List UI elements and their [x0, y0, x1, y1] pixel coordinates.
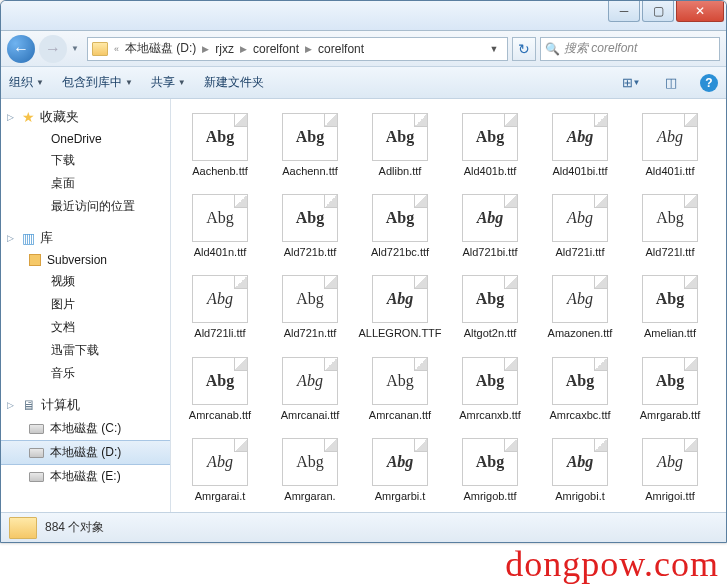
search-input[interactable]: 🔍 搜索 corelfont — [540, 37, 720, 61]
file-item[interactable]: AbgAmrcanan.ttf — [355, 357, 445, 422]
minimize-button[interactable]: ─ — [608, 1, 640, 22]
organize-menu[interactable]: 组织▼ — [9, 74, 44, 91]
sidebar-item-disk[interactable]: 本地磁盘 (D:) — [1, 440, 170, 465]
file-item[interactable]: AbgAmrcanxb.ttf — [445, 357, 535, 422]
back-button[interactable]: ← — [7, 35, 35, 63]
ico-vid-icon — [29, 275, 45, 289]
file-item[interactable]: AbgAmrcanab.ttf — [175, 357, 265, 422]
font-thumb: Abg — [462, 438, 518, 486]
font-thumb: Abg — [372, 438, 428, 486]
sidebar-item-disk[interactable]: 本地磁盘 (E:) — [1, 465, 170, 488]
file-grid: AbgAachenb.ttfAbgAachenn.ttfAbgAdlibn.tt… — [175, 109, 722, 512]
file-item[interactable]: AbgAltgot2n.ttf — [445, 275, 535, 340]
sidebar-item-disk[interactable]: 本地磁盘 (C:) — [1, 417, 170, 440]
file-label: Ald721b.ttf — [284, 246, 337, 259]
file-label: Amrgarab.ttf — [640, 409, 701, 422]
file-item[interactable]: AbgAachenn.ttf — [265, 113, 355, 178]
watermark: dongpow.com — [505, 543, 719, 585]
file-label: Ald721bc.ttf — [371, 246, 429, 259]
sidebar-item[interactable]: Subversion — [1, 250, 170, 270]
sidebar-computer-header[interactable]: ▷ 🖥 计算机 — [1, 393, 170, 417]
file-pane[interactable]: AbgAachenb.ttfAbgAachenn.ttfAbgAdlibn.tt… — [171, 99, 726, 512]
file-item[interactable]: AbgAld721li.ttf — [175, 275, 265, 340]
file-item[interactable]: AbgAld721i.ttf — [535, 194, 625, 259]
file-item[interactable]: AbgAld721l.ttf — [625, 194, 715, 259]
file-item[interactable]: AbgALLEGRON.TTF — [355, 275, 445, 340]
include-menu[interactable]: 包含到库中▼ — [62, 74, 133, 91]
sidebar-item[interactable]: 桌面 — [1, 172, 170, 195]
sidebar-item[interactable]: 音乐 — [1, 362, 170, 385]
sidebar-item[interactable]: 迅雷下载 — [1, 339, 170, 362]
sidebar-item[interactable]: OneDrive — [1, 129, 170, 149]
file-item[interactable]: AbgAld721n.ttf — [265, 275, 355, 340]
sidebar-favorites: ▷ ★ 收藏夹 OneDrive下载桌面最近访问的位置 — [1, 105, 170, 218]
font-thumb: Abg — [372, 275, 428, 323]
file-item[interactable]: AbgAld721bi.ttf — [445, 194, 535, 259]
breadcrumb-seg[interactable]: corelfont — [253, 42, 299, 56]
sidebar-item-label: OneDrive — [51, 132, 102, 146]
sidebar-item[interactable]: 图片 — [1, 293, 170, 316]
file-label: Amrgarai.t — [195, 490, 246, 503]
status-bar: 884 个对象 — [1, 512, 726, 542]
file-item[interactable]: AbgAld721b.ttf — [265, 194, 355, 259]
sidebar-libraries-header[interactable]: ▷ ▥ 库 — [1, 226, 170, 250]
sidebar-item[interactable]: 文档 — [1, 316, 170, 339]
file-label: Ald721n.ttf — [284, 327, 337, 340]
close-button[interactable]: ✕ — [676, 1, 724, 22]
sidebar-item-label: 视频 — [51, 273, 75, 290]
help-button[interactable]: ? — [700, 74, 718, 92]
file-item[interactable]: AbgAmrigob.ttf — [445, 438, 535, 503]
file-item[interactable]: AbgAmrgarai.t — [175, 438, 265, 503]
file-item[interactable]: AbgAld721bc.ttf — [355, 194, 445, 259]
file-item[interactable]: AbgAld401b.ttf — [445, 113, 535, 178]
file-item[interactable]: AbgAmelian.ttf — [625, 275, 715, 340]
forward-button[interactable]: → — [39, 35, 67, 63]
preview-pane-button[interactable]: ◫ — [660, 72, 682, 94]
file-item[interactable]: AbgAmrgarbi.t — [355, 438, 445, 503]
file-label: Ald401i.ttf — [646, 165, 695, 178]
file-item[interactable]: AbgAmrigobi.t — [535, 438, 625, 503]
file-item[interactable]: AbgAmrgarab.ttf — [625, 357, 715, 422]
breadcrumb-sep: « — [112, 44, 121, 54]
breadcrumb-seg[interactable]: rjxz — [215, 42, 234, 56]
newfolder-button[interactable]: 新建文件夹 — [204, 74, 264, 91]
file-label: Amrgarbi.t — [375, 490, 426, 503]
file-item[interactable]: AbgAmazonen.ttf — [535, 275, 625, 340]
view-options-button[interactable]: ⊞ ▼ — [620, 72, 642, 94]
font-thumb: Abg — [192, 194, 248, 242]
file-item[interactable]: AbgAmrgaran. — [265, 438, 355, 503]
address-bar[interactable]: « 本地磁盘 (D:) ▶ rjxz ▶ corelfont ▶ corelfo… — [87, 37, 508, 61]
file-item[interactable]: AbgAdlibn.ttf — [355, 113, 445, 178]
sidebar-favorites-header[interactable]: ▷ ★ 收藏夹 — [1, 105, 170, 129]
share-menu[interactable]: 共享▼ — [151, 74, 186, 91]
file-item[interactable]: AbgAachenb.ttf — [175, 113, 265, 178]
file-label: Amrcanab.ttf — [189, 409, 251, 422]
refresh-button[interactable]: ↻ — [512, 37, 536, 61]
file-item[interactable]: AbgAmrcanai.ttf — [265, 357, 355, 422]
file-item[interactable]: AbgAmrcaxbc.ttf — [535, 357, 625, 422]
font-thumb: Abg — [192, 275, 248, 323]
breadcrumb-seg[interactable]: corelfont — [318, 42, 364, 56]
sidebar-item-label: 音乐 — [51, 365, 75, 382]
file-label: Ald721i.ttf — [556, 246, 605, 259]
file-item[interactable]: AbgAld401i.ttf — [625, 113, 715, 178]
file-item[interactable]: AbgAld401bi.ttf — [535, 113, 625, 178]
maximize-button[interactable]: ▢ — [642, 1, 674, 22]
nav-history-drop[interactable]: ▼ — [71, 44, 83, 53]
sidebar-item[interactable]: 视频 — [1, 270, 170, 293]
sidebar-item[interactable]: 最近访问的位置 — [1, 195, 170, 218]
breadcrumb-seg[interactable]: 本地磁盘 (D:) — [125, 40, 196, 57]
file-label: Ald721l.ttf — [646, 246, 695, 259]
file-label: Ald401bi.ttf — [552, 165, 607, 178]
breadcrumb-sep: ▶ — [200, 44, 211, 54]
font-thumb: Abg — [462, 275, 518, 323]
font-thumb: Abg — [642, 275, 698, 323]
address-drop-icon[interactable]: ▼ — [485, 44, 503, 54]
file-item[interactable]: AbgAmrigoi.ttf — [625, 438, 715, 503]
sidebar-item[interactable]: 下载 — [1, 149, 170, 172]
file-item[interactable]: AbgAld401n.ttf — [175, 194, 265, 259]
ico-doc-icon — [29, 321, 45, 335]
sidebar-item-label: 本地磁盘 (E:) — [50, 468, 121, 485]
font-thumb: Abg — [552, 357, 608, 405]
file-label: Ald401b.ttf — [464, 165, 517, 178]
